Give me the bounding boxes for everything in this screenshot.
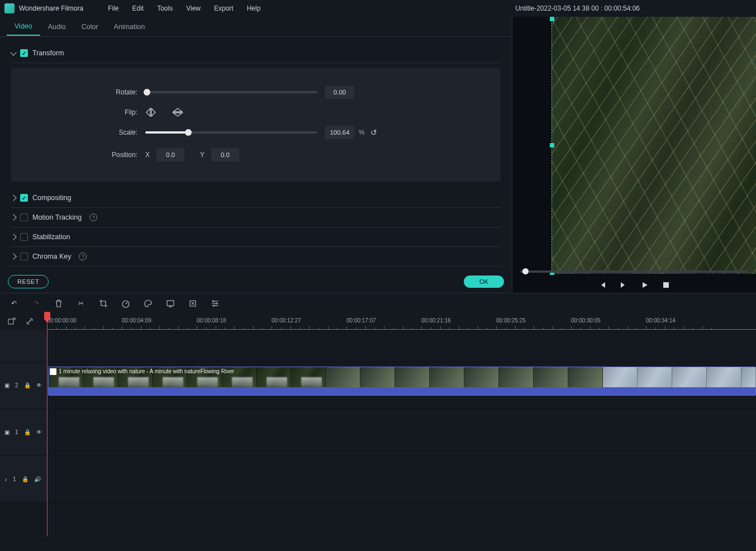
checkbox-compositing[interactable] xyxy=(20,194,28,202)
caret-compositing[interactable] xyxy=(10,194,16,201)
track-video-2: ▣ 2 🔒 👁 1 minute relaxing video with nat… xyxy=(0,362,756,409)
adjust-icon[interactable] xyxy=(210,298,220,308)
track-v1-icon: ▣ xyxy=(4,429,9,435)
play-icon[interactable] xyxy=(640,281,649,289)
project-title: Untitle-2022-03-05 14 38 00 : 00:00:54:0… xyxy=(515,4,640,12)
menu-edit[interactable]: Edit xyxy=(126,1,151,16)
pos-y-input[interactable] xyxy=(211,148,239,162)
svg-rect-2 xyxy=(167,301,174,306)
section-transform: Transform Rotate: Flip: xyxy=(11,44,501,182)
section-chroma-key: Chroma Key ? xyxy=(11,247,501,267)
scale-slider[interactable] xyxy=(145,131,317,134)
preview-handle-top[interactable] xyxy=(550,17,554,21)
section-title-compositing: Compositing xyxy=(32,194,71,202)
keyframe-icon[interactable] xyxy=(188,298,198,308)
ok-button[interactable]: OK xyxy=(464,276,504,288)
ruler-tick: 00:00:21:16 xyxy=(421,317,451,324)
reset-button[interactable]: RESET xyxy=(8,275,49,288)
ruler-tick: 00:00:30:05 xyxy=(571,317,601,324)
flip-label: Flip: xyxy=(34,108,145,116)
caret-stabilization[interactable] xyxy=(10,234,16,240)
clip-type-icon xyxy=(50,368,56,375)
ruler-tick: 00:00:08:18 xyxy=(197,317,226,324)
tab-color[interactable]: Color xyxy=(74,18,106,35)
next-frame-icon[interactable] xyxy=(619,281,628,289)
playhead[interactable] xyxy=(47,313,47,536)
preview-video[interactable] xyxy=(551,17,756,274)
timeline: 00:00:00:0000:00:04:0900:00:08:1800:00:1… xyxy=(0,313,756,551)
preview-panel xyxy=(512,17,756,293)
help-chroma-key-icon[interactable]: ? xyxy=(79,253,87,260)
titlebar: Wondershare Filmora File Edit Tools View… xyxy=(0,0,756,17)
rotate-slider[interactable] xyxy=(145,91,317,93)
tab-video[interactable]: Video xyxy=(7,18,40,36)
menu-export[interactable]: Export xyxy=(207,1,240,16)
svg-rect-0 xyxy=(663,282,669,288)
video-clip[interactable]: 1 minute relaxing video with nature - A … xyxy=(48,367,756,396)
flip-vertical-icon[interactable] xyxy=(172,108,183,117)
link-icon[interactable] xyxy=(25,316,35,326)
track-v2-eye-icon[interactable]: 👁 xyxy=(36,382,42,388)
checkbox-motion-tracking[interactable] xyxy=(20,213,28,221)
preview-scrubber[interactable] xyxy=(520,270,748,273)
track-a1-vol-icon[interactable]: 🔊 xyxy=(34,476,41,482)
undo-icon[interactable]: ↶ xyxy=(9,298,19,308)
preview-handle-mid[interactable] xyxy=(550,143,554,148)
track-v2-icon: ▣ xyxy=(4,382,9,388)
stop-icon[interactable] xyxy=(662,281,671,289)
rotate-input[interactable] xyxy=(325,86,354,99)
tab-animation[interactable]: Animation xyxy=(106,18,153,35)
flip-horizontal-icon[interactable] xyxy=(145,108,156,117)
ruler-tick: 00:00:34:14 xyxy=(646,317,676,324)
position-label: Position: xyxy=(34,151,145,159)
prev-frame-icon[interactable] xyxy=(598,281,607,289)
rotate-label: Rotate: xyxy=(34,88,145,96)
caret-motion-tracking[interactable] xyxy=(10,214,16,220)
delete-icon[interactable] xyxy=(54,298,64,308)
menu-file[interactable]: File xyxy=(101,1,125,16)
track-video-1: ▣ 1 🔒 👁 xyxy=(0,409,756,456)
section-stabilization: Stabilization xyxy=(11,227,501,247)
section-title-chroma-key: Chroma Key xyxy=(32,253,71,260)
track-v1-eye-icon[interactable]: 👁 xyxy=(36,429,42,435)
crop-icon[interactable] xyxy=(98,298,108,308)
track-audio-1: ♪ 1 🔒 🔊 xyxy=(0,456,756,503)
track-v2-lock-icon[interactable]: 🔒 xyxy=(24,382,31,388)
ruler-tick: 00:00:17:07 xyxy=(346,317,376,324)
tab-audio[interactable]: Audio xyxy=(40,18,74,35)
pos-x-input[interactable] xyxy=(156,148,184,162)
scale-reset-icon[interactable]: ↺ xyxy=(370,128,377,137)
scale-input[interactable] xyxy=(325,126,354,139)
ruler-tick: 00:00:25:25 xyxy=(496,317,526,324)
redo-icon[interactable]: ↷ xyxy=(31,298,41,308)
speed-icon[interactable] xyxy=(121,298,131,308)
track-v1-lock-icon[interactable]: 🔒 xyxy=(24,429,31,435)
ruler-tick: 00:00:12:27 xyxy=(272,317,301,324)
menu-view[interactable]: View xyxy=(179,1,207,16)
caret-chroma-key[interactable] xyxy=(10,253,16,259)
green-screen-icon[interactable] xyxy=(165,298,175,308)
section-lens-correction: Lens Correction xyxy=(11,267,501,270)
timeline-toolbar: ↶ ↷ ✂ xyxy=(0,293,756,313)
track-v2-num: 2 xyxy=(15,382,18,388)
app-logo-icon xyxy=(4,3,15,13)
color-icon[interactable] xyxy=(143,298,153,308)
caret-transform[interactable] xyxy=(10,49,16,55)
help-motion-tracking-icon[interactable]: ? xyxy=(89,213,97,221)
checkbox-stabilization[interactable] xyxy=(20,233,28,241)
pos-x-label: X xyxy=(145,151,150,159)
pos-y-label: Y xyxy=(200,151,205,159)
section-title-transform: Transform xyxy=(32,49,64,57)
app-title: Wondershare Filmora xyxy=(19,4,83,12)
ruler-tick: 00:00:04:09 xyxy=(122,317,151,324)
cut-icon[interactable]: ✂ xyxy=(76,298,86,308)
checkbox-chroma-key[interactable] xyxy=(20,253,28,260)
timeline-ruler[interactable]: 00:00:00:0000:00:04:0900:00:08:1800:00:1… xyxy=(47,313,756,330)
menu-tools[interactable]: Tools xyxy=(150,1,179,16)
property-tabs: Video Audio Color Animation xyxy=(0,17,512,37)
checkbox-transform[interactable] xyxy=(20,49,28,57)
menu-help[interactable]: Help xyxy=(240,1,268,16)
track-a1-lock-icon[interactable]: 🔒 xyxy=(22,476,28,482)
add-track-icon[interactable] xyxy=(7,316,17,326)
ruler-tick: 00:00:00:00 xyxy=(47,317,77,324)
